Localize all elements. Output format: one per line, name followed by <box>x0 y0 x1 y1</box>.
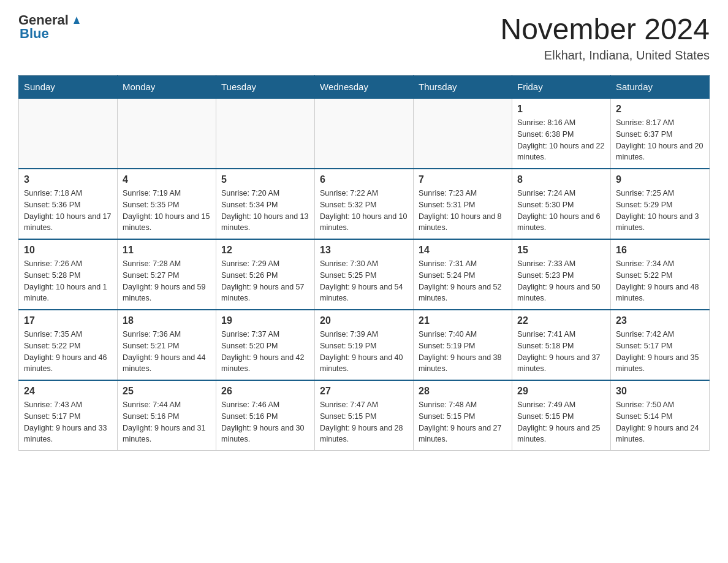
day-number: 27 <box>320 386 408 397</box>
day-info: Sunrise: 7:41 AMSunset: 5:18 PMDaylight:… <box>517 329 605 375</box>
table-row: 28Sunrise: 7:48 AMSunset: 5:15 PMDayligh… <box>414 380 512 451</box>
day-info: Sunrise: 7:43 AMSunset: 5:17 PMDaylight:… <box>24 399 112 445</box>
day-info: Sunrise: 8:17 AMSunset: 6:37 PMDaylight:… <box>616 117 704 163</box>
day-number: 11 <box>123 245 211 256</box>
day-number: 25 <box>123 386 211 397</box>
table-row: 2Sunrise: 8:17 AMSunset: 6:37 PMDaylight… <box>611 99 710 169</box>
calendar-week-row: 3Sunrise: 7:18 AMSunset: 5:36 PMDaylight… <box>19 169 710 239</box>
table-row: 7Sunrise: 7:23 AMSunset: 5:31 PMDaylight… <box>414 169 512 239</box>
day-number: 28 <box>419 386 507 397</box>
month-title: November 2024 <box>500 12 710 46</box>
header-sunday: Sunday <box>19 75 118 99</box>
header-thursday: Thursday <box>414 75 512 99</box>
header-tuesday: Tuesday <box>216 75 315 99</box>
day-number: 20 <box>320 315 408 326</box>
table-row: 5Sunrise: 7:20 AMSunset: 5:34 PMDaylight… <box>216 169 315 239</box>
day-number: 10 <box>24 245 112 256</box>
day-number: 14 <box>419 245 507 256</box>
day-info: Sunrise: 7:44 AMSunset: 5:16 PMDaylight:… <box>123 399 211 445</box>
header-saturday: Saturday <box>611 75 710 99</box>
day-info: Sunrise: 7:34 AMSunset: 5:22 PMDaylight:… <box>616 258 704 304</box>
table-row: 25Sunrise: 7:44 AMSunset: 5:16 PMDayligh… <box>118 380 216 451</box>
table-row: 29Sunrise: 7:49 AMSunset: 5:15 PMDayligh… <box>512 380 611 451</box>
table-row: 18Sunrise: 7:36 AMSunset: 5:21 PMDayligh… <box>118 310 216 380</box>
day-number: 22 <box>517 315 605 326</box>
page-header: General Blue November 2024 Elkhart, Indi… <box>18 12 710 63</box>
calendar-week-row: 24Sunrise: 7:43 AMSunset: 5:17 PMDayligh… <box>19 380 710 451</box>
table-row: 20Sunrise: 7:39 AMSunset: 5:19 PMDayligh… <box>315 310 414 380</box>
table-row: 14Sunrise: 7:31 AMSunset: 5:24 PMDayligh… <box>414 239 512 310</box>
day-info: Sunrise: 7:42 AMSunset: 5:17 PMDaylight:… <box>616 329 704 375</box>
day-number: 30 <box>616 386 704 397</box>
day-info: Sunrise: 7:33 AMSunset: 5:23 PMDaylight:… <box>517 258 605 304</box>
table-row <box>216 99 315 169</box>
table-row <box>19 99 118 169</box>
day-number: 4 <box>123 174 211 185</box>
day-number: 17 <box>24 315 112 326</box>
header-wednesday: Wednesday <box>315 75 414 99</box>
logo-blue-text: Blue <box>20 26 49 42</box>
header-monday: Monday <box>118 75 216 99</box>
day-info: Sunrise: 7:36 AMSunset: 5:21 PMDaylight:… <box>123 329 211 375</box>
table-row: 15Sunrise: 7:33 AMSunset: 5:23 PMDayligh… <box>512 239 611 310</box>
day-info: Sunrise: 7:46 AMSunset: 5:16 PMDaylight:… <box>221 399 309 445</box>
table-row <box>315 99 414 169</box>
day-number: 23 <box>616 315 704 326</box>
table-row: 1Sunrise: 8:16 AMSunset: 6:38 PMDaylight… <box>512 99 611 169</box>
table-row: 21Sunrise: 7:40 AMSunset: 5:19 PMDayligh… <box>414 310 512 380</box>
calendar-week-row: 17Sunrise: 7:35 AMSunset: 5:22 PMDayligh… <box>19 310 710 380</box>
header-friday: Friday <box>512 75 611 99</box>
table-row <box>414 99 512 169</box>
day-info: Sunrise: 7:20 AMSunset: 5:34 PMDaylight:… <box>221 188 309 234</box>
day-number: 8 <box>517 174 605 185</box>
table-row: 10Sunrise: 7:26 AMSunset: 5:28 PMDayligh… <box>19 239 118 310</box>
day-number: 2 <box>616 104 704 115</box>
day-info: Sunrise: 7:37 AMSunset: 5:20 PMDaylight:… <box>221 329 309 375</box>
day-number: 5 <box>221 174 309 185</box>
logo: General Blue <box>18 12 83 42</box>
table-row: 17Sunrise: 7:35 AMSunset: 5:22 PMDayligh… <box>19 310 118 380</box>
calendar-header-row: Sunday Monday Tuesday Wednesday Thursday… <box>19 75 710 99</box>
day-info: Sunrise: 7:50 AMSunset: 5:14 PMDaylight:… <box>616 399 704 445</box>
table-row: 19Sunrise: 7:37 AMSunset: 5:20 PMDayligh… <box>216 310 315 380</box>
day-info: Sunrise: 7:19 AMSunset: 5:35 PMDaylight:… <box>123 188 211 234</box>
day-info: Sunrise: 7:26 AMSunset: 5:28 PMDaylight:… <box>24 258 112 304</box>
day-info: Sunrise: 7:22 AMSunset: 5:32 PMDaylight:… <box>320 188 408 234</box>
day-number: 19 <box>221 315 309 326</box>
day-info: Sunrise: 7:24 AMSunset: 5:30 PMDaylight:… <box>517 188 605 234</box>
day-number: 6 <box>320 174 408 185</box>
table-row: 13Sunrise: 7:30 AMSunset: 5:25 PMDayligh… <box>315 239 414 310</box>
title-section: November 2024 Elkhart, Indiana, United S… <box>500 12 710 63</box>
table-row: 12Sunrise: 7:29 AMSunset: 5:26 PMDayligh… <box>216 239 315 310</box>
day-info: Sunrise: 7:23 AMSunset: 5:31 PMDaylight:… <box>419 188 507 234</box>
day-info: Sunrise: 7:39 AMSunset: 5:19 PMDaylight:… <box>320 329 408 375</box>
day-info: Sunrise: 7:25 AMSunset: 5:29 PMDaylight:… <box>616 188 704 234</box>
day-info: Sunrise: 7:47 AMSunset: 5:15 PMDaylight:… <box>320 399 408 445</box>
day-info: Sunrise: 7:48 AMSunset: 5:15 PMDaylight:… <box>419 399 507 445</box>
day-info: Sunrise: 7:35 AMSunset: 5:22 PMDaylight:… <box>24 329 112 375</box>
day-number: 9 <box>616 174 704 185</box>
day-number: 3 <box>24 174 112 185</box>
day-number: 18 <box>123 315 211 326</box>
day-number: 15 <box>517 245 605 256</box>
logo-triangle-icon <box>70 13 83 26</box>
calendar-week-row: 10Sunrise: 7:26 AMSunset: 5:28 PMDayligh… <box>19 239 710 310</box>
table-row: 27Sunrise: 7:47 AMSunset: 5:15 PMDayligh… <box>315 380 414 451</box>
table-row: 8Sunrise: 7:24 AMSunset: 5:30 PMDaylight… <box>512 169 611 239</box>
day-info: Sunrise: 7:31 AMSunset: 5:24 PMDaylight:… <box>419 258 507 304</box>
day-info: Sunrise: 7:29 AMSunset: 5:26 PMDaylight:… <box>221 258 309 304</box>
day-info: Sunrise: 8:16 AMSunset: 6:38 PMDaylight:… <box>517 117 605 163</box>
day-number: 1 <box>517 104 605 115</box>
calendar-table: Sunday Monday Tuesday Wednesday Thursday… <box>18 75 710 451</box>
day-number: 29 <box>517 386 605 397</box>
table-row: 24Sunrise: 7:43 AMSunset: 5:17 PMDayligh… <box>19 380 118 451</box>
day-number: 12 <box>221 245 309 256</box>
day-number: 21 <box>419 315 507 326</box>
table-row: 9Sunrise: 7:25 AMSunset: 5:29 PMDaylight… <box>611 169 710 239</box>
table-row: 11Sunrise: 7:28 AMSunset: 5:27 PMDayligh… <box>118 239 216 310</box>
day-info: Sunrise: 7:40 AMSunset: 5:19 PMDaylight:… <box>419 329 507 375</box>
day-number: 24 <box>24 386 112 397</box>
location-title: Elkhart, Indiana, United States <box>500 48 710 63</box>
table-row: 16Sunrise: 7:34 AMSunset: 5:22 PMDayligh… <box>611 239 710 310</box>
day-number: 26 <box>221 386 309 397</box>
